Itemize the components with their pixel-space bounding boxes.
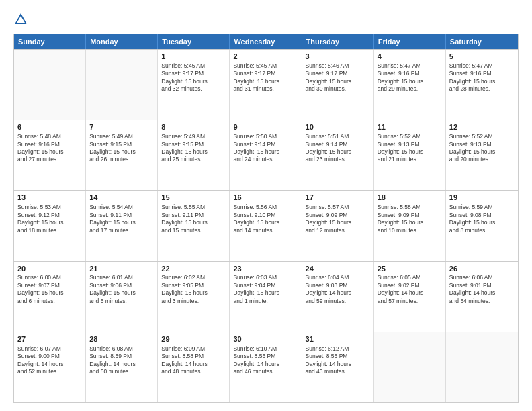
cal-header-wednesday: Wednesday [230, 34, 302, 49]
cal-day-13: 13Sunrise: 5:53 AM Sunset: 9:12 PM Dayli… [14, 191, 86, 261]
cal-week-5: 27Sunrise: 6:07 AM Sunset: 9:00 PM Dayli… [14, 332, 518, 402]
day-info: Sunrise: 6:05 AM Sunset: 9:02 PM Dayligh… [378, 274, 424, 304]
cal-day-10: 10Sunrise: 5:51 AM Sunset: 9:14 PM Dayli… [302, 120, 374, 190]
cal-header-thursday: Thursday [302, 34, 374, 49]
day-info: Sunrise: 6:04 AM Sunset: 9:03 PM Dayligh… [306, 274, 352, 304]
cal-header-monday: Monday [86, 34, 158, 49]
day-info: Sunrise: 5:58 AM Sunset: 9:09 PM Dayligh… [378, 203, 424, 233]
calendar-body: 1Sunrise: 5:45 AM Sunset: 9:17 PM Daylig… [14, 49, 518, 402]
day-number: 4 [378, 52, 442, 62]
cal-day-empty [86, 50, 158, 120]
cal-day-2: 2Sunrise: 5:45 AM Sunset: 9:17 PM Daylig… [230, 50, 302, 120]
cal-day-9: 9Sunrise: 5:50 AM Sunset: 9:14 PM Daylig… [230, 120, 302, 190]
cal-day-20: 20Sunrise: 6:00 AM Sunset: 9:07 PM Dayli… [14, 262, 86, 332]
cal-header-sunday: Sunday [14, 34, 86, 49]
cal-header-saturday: Saturday [446, 34, 518, 49]
day-number: 11 [378, 122, 442, 132]
day-number: 12 [449, 122, 515, 132]
day-number: 27 [17, 334, 82, 345]
day-info: Sunrise: 5:52 AM Sunset: 9:13 PM Dayligh… [449, 133, 496, 163]
day-info: Sunrise: 5:52 AM Sunset: 9:13 PM Dayligh… [378, 133, 424, 163]
day-number: 14 [89, 193, 154, 203]
cal-week-3: 13Sunrise: 5:53 AM Sunset: 9:12 PM Dayli… [14, 190, 518, 261]
calendar-header-row: SundayMondayTuesdayWednesdayThursdayFrid… [14, 34, 518, 49]
day-info: Sunrise: 5:47 AM Sunset: 9:16 PM Dayligh… [378, 62, 424, 92]
day-number: 7 [89, 122, 154, 132]
cal-day-25: 25Sunrise: 6:05 AM Sunset: 9:02 PM Dayli… [374, 262, 446, 332]
day-info: Sunrise: 5:48 AM Sunset: 9:16 PM Dayligh… [17, 133, 64, 163]
day-number: 10 [306, 122, 370, 132]
day-info: Sunrise: 5:45 AM Sunset: 9:17 PM Dayligh… [233, 62, 279, 92]
day-info: Sunrise: 6:08 AM Sunset: 8:59 PM Dayligh… [89, 345, 136, 375]
header [13, 12, 519, 27]
day-info: Sunrise: 5:54 AM Sunset: 9:11 PM Dayligh… [89, 203, 136, 233]
day-number: 28 [89, 334, 154, 345]
cal-week-2: 6Sunrise: 5:48 AM Sunset: 9:16 PM Daylig… [14, 120, 518, 190]
cal-day-28: 28Sunrise: 6:08 AM Sunset: 8:59 PM Dayli… [86, 332, 158, 402]
day-number: 17 [306, 193, 370, 203]
day-number: 30 [233, 334, 298, 345]
cal-day-21: 21Sunrise: 6:01 AM Sunset: 9:06 PM Dayli… [86, 262, 158, 332]
day-number: 26 [449, 264, 515, 274]
day-number: 22 [161, 264, 226, 274]
cal-day-30: 30Sunrise: 6:10 AM Sunset: 8:56 PM Dayli… [230, 332, 302, 402]
logo-icon [13, 12, 28, 27]
day-info: Sunrise: 5:46 AM Sunset: 9:17 PM Dayligh… [306, 62, 352, 92]
day-info: Sunrise: 6:06 AM Sunset: 9:01 PM Dayligh… [449, 274, 496, 304]
cal-day-12: 12Sunrise: 5:52 AM Sunset: 9:13 PM Dayli… [446, 120, 518, 190]
cal-header-friday: Friday [374, 34, 446, 49]
day-info: Sunrise: 5:59 AM Sunset: 9:08 PM Dayligh… [449, 203, 496, 233]
day-info: Sunrise: 5:53 AM Sunset: 9:12 PM Dayligh… [17, 203, 64, 233]
cal-day-27: 27Sunrise: 6:07 AM Sunset: 9:00 PM Dayli… [14, 332, 86, 402]
cal-day-24: 24Sunrise: 6:04 AM Sunset: 9:03 PM Dayli… [302, 262, 374, 332]
cal-day-empty [374, 332, 446, 402]
day-number: 24 [306, 264, 370, 274]
day-info: Sunrise: 6:00 AM Sunset: 9:07 PM Dayligh… [17, 274, 64, 304]
day-info: Sunrise: 5:55 AM Sunset: 9:11 PM Dayligh… [161, 203, 208, 233]
cal-week-1: 1Sunrise: 5:45 AM Sunset: 9:17 PM Daylig… [14, 49, 518, 120]
day-number: 6 [17, 122, 82, 132]
cal-day-3: 3Sunrise: 5:46 AM Sunset: 9:17 PM Daylig… [302, 50, 374, 120]
day-info: Sunrise: 6:07 AM Sunset: 9:00 PM Dayligh… [17, 345, 64, 375]
cal-day-8: 8Sunrise: 5:49 AM Sunset: 9:15 PM Daylig… [158, 120, 230, 190]
cal-week-4: 20Sunrise: 6:00 AM Sunset: 9:07 PM Dayli… [14, 261, 518, 332]
cal-day-31: 31Sunrise: 6:12 AM Sunset: 8:55 PM Dayli… [302, 332, 374, 402]
cal-day-19: 19Sunrise: 5:59 AM Sunset: 9:08 PM Dayli… [446, 191, 518, 261]
cal-day-empty [14, 50, 86, 120]
cal-day-29: 29Sunrise: 6:09 AM Sunset: 8:58 PM Dayli… [158, 332, 230, 402]
cal-day-16: 16Sunrise: 5:56 AM Sunset: 9:10 PM Dayli… [230, 191, 302, 261]
day-number: 8 [161, 122, 226, 132]
cal-day-22: 22Sunrise: 6:02 AM Sunset: 9:05 PM Dayli… [158, 262, 230, 332]
cal-day-4: 4Sunrise: 5:47 AM Sunset: 9:16 PM Daylig… [374, 50, 446, 120]
day-info: Sunrise: 5:56 AM Sunset: 9:10 PM Dayligh… [233, 203, 279, 233]
day-number: 15 [161, 193, 226, 203]
day-info: Sunrise: 5:51 AM Sunset: 9:14 PM Dayligh… [306, 133, 352, 163]
cal-day-23: 23Sunrise: 6:03 AM Sunset: 9:04 PM Dayli… [230, 262, 302, 332]
day-number: 2 [233, 52, 298, 62]
cal-header-tuesday: Tuesday [158, 34, 230, 49]
day-number: 19 [449, 193, 515, 203]
day-info: Sunrise: 5:57 AM Sunset: 9:09 PM Dayligh… [306, 203, 352, 233]
cal-day-15: 15Sunrise: 5:55 AM Sunset: 9:11 PM Dayli… [158, 191, 230, 261]
cal-day-1: 1Sunrise: 5:45 AM Sunset: 9:17 PM Daylig… [158, 50, 230, 120]
day-number: 1 [161, 52, 226, 62]
day-info: Sunrise: 6:12 AM Sunset: 8:55 PM Dayligh… [306, 345, 352, 375]
day-info: Sunrise: 5:49 AM Sunset: 9:15 PM Dayligh… [161, 133, 208, 163]
cal-day-11: 11Sunrise: 5:52 AM Sunset: 9:13 PM Dayli… [374, 120, 446, 190]
day-info: Sunrise: 6:02 AM Sunset: 9:05 PM Dayligh… [161, 274, 208, 304]
day-number: 16 [233, 193, 298, 203]
day-info: Sunrise: 6:01 AM Sunset: 9:06 PM Dayligh… [89, 274, 136, 304]
day-info: Sunrise: 6:03 AM Sunset: 9:04 PM Dayligh… [233, 274, 279, 304]
day-number: 31 [306, 334, 370, 345]
cal-day-18: 18Sunrise: 5:58 AM Sunset: 9:09 PM Dayli… [374, 191, 446, 261]
cal-day-14: 14Sunrise: 5:54 AM Sunset: 9:11 PM Dayli… [86, 191, 158, 261]
day-info: Sunrise: 5:45 AM Sunset: 9:17 PM Dayligh… [161, 62, 208, 92]
day-number: 13 [17, 193, 82, 203]
cal-day-empty [446, 332, 518, 402]
cal-day-7: 7Sunrise: 5:49 AM Sunset: 9:15 PM Daylig… [86, 120, 158, 190]
day-number: 5 [449, 52, 515, 62]
calendar: SundayMondayTuesdayWednesdayThursdayFrid… [13, 34, 519, 403]
day-number: 9 [233, 122, 298, 132]
day-info: Sunrise: 5:50 AM Sunset: 9:14 PM Dayligh… [233, 133, 279, 163]
day-number: 18 [378, 193, 442, 203]
